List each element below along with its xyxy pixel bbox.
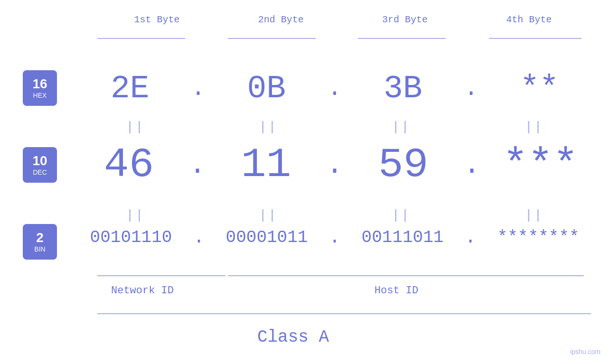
byte-header-2: 2nd Byte — [219, 14, 343, 25]
dot-dec-3: . — [463, 149, 480, 181]
hex-val-2: 0B — [247, 70, 286, 107]
hex-val-3: 3B — [384, 70, 422, 107]
dot-hex-2: . — [328, 75, 342, 102]
equals-row-2: || || || || — [69, 208, 601, 223]
dot-dec-2: . — [326, 149, 343, 181]
bin-badge-label: BIN — [34, 245, 45, 253]
bin-val-4: ******** — [497, 228, 580, 247]
dec-badge-num: 10 — [32, 154, 47, 168]
dot-hex-3: . — [464, 75, 478, 102]
bracket-line-1 — [97, 38, 185, 39]
bin-badge: 2 BIN — [23, 224, 57, 260]
hex-badge: 16 HEX — [23, 70, 57, 106]
byte-header-1: 1st Byte — [95, 14, 219, 25]
dot-hex-1: . — [191, 75, 205, 102]
dec-val-1: 46 — [104, 141, 154, 188]
hex-val-1: 2E — [111, 70, 150, 107]
main-container: 1st Byte 2nd Byte 3rd Byte 4th Byte 16 H… — [0, 0, 610, 364]
hex-badge-label: HEX — [33, 92, 47, 99]
byte-headers: 1st Byte 2nd Byte 3rd Byte 4th Byte — [95, 14, 591, 25]
dec-val-3: 59 — [378, 141, 429, 188]
network-id-bracket — [97, 275, 225, 276]
network-id-label: Network ID — [111, 285, 174, 297]
dec-row: 46 . 11 . 59 . *** — [69, 141, 601, 188]
class-a-text: Class A — [257, 327, 329, 347]
dec-badge: 10 DEC — [23, 147, 57, 183]
bin-val-1: 00101110 — [90, 228, 172, 247]
segment-labels: Network ID Host ID — [69, 285, 601, 297]
bracket-line-3 — [358, 38, 446, 39]
bin-badge-num: 2 — [36, 231, 44, 244]
dec-badge-label: DEC — [33, 168, 47, 176]
host-id-bracket — [228, 275, 584, 276]
bracket-line-2 — [228, 38, 316, 39]
bin-val-2: 00001011 — [226, 228, 308, 247]
class-label: Class A — [0, 327, 586, 347]
hex-row: 2E . 0B . 3B . ** — [69, 70, 601, 107]
dot-bin-3: . — [465, 227, 476, 248]
bin-val-3: 00111011 — [362, 228, 444, 247]
dot-bin-1: . — [193, 227, 205, 248]
byte-header-3: 3rd Byte — [343, 14, 467, 25]
bin-row: 00101110 . 00001011 . 00111011 . *******… — [69, 227, 601, 248]
bracket-line-4 — [489, 38, 582, 39]
full-bottom-bracket — [97, 313, 591, 314]
hex-val-4: ** — [520, 70, 559, 107]
byte-header-4: 4th Byte — [467, 14, 591, 25]
dot-dec-1: . — [189, 149, 206, 181]
dec-val-4: *** — [503, 141, 578, 188]
watermark: ipshu.com — [570, 348, 601, 355]
dot-bin-2: . — [329, 227, 340, 248]
hex-badge-num: 16 — [32, 77, 47, 91]
dec-val-2: 11 — [241, 141, 291, 188]
host-id-label: Host ID — [375, 285, 418, 297]
equals-row-1: || || || || — [69, 120, 601, 134]
